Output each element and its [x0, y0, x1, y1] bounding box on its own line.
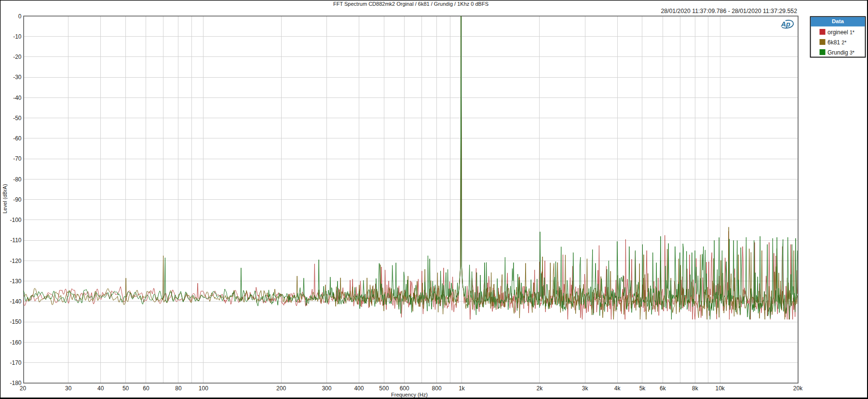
svg-text:1k: 1k — [459, 385, 465, 392]
svg-text:40: 40 — [97, 385, 104, 392]
svg-text:Level (dBrA): Level (dBrA) — [2, 184, 8, 213]
svg-text:-100: -100 — [10, 217, 21, 223]
svg-text:10k: 10k — [716, 385, 725, 392]
svg-text:28/01/2020 11:37:09.786 - 28/0: 28/01/2020 11:37:09.786 - 28/01/2020 11:… — [661, 8, 797, 14]
svg-text:5k: 5k — [639, 385, 646, 392]
svg-text:20k: 20k — [793, 385, 803, 392]
svg-text:8k: 8k — [692, 385, 699, 392]
svg-text:orgineel 1*: orgineel 1* — [827, 29, 854, 36]
svg-text:200: 200 — [276, 385, 286, 392]
svg-text:-20: -20 — [13, 54, 22, 60]
svg-text:0: 0 — [18, 13, 22, 20]
svg-text:-10: -10 — [13, 33, 22, 40]
svg-text:600: 600 — [400, 385, 409, 392]
svg-text:500: 500 — [379, 385, 389, 392]
svg-text:-80: -80 — [13, 176, 22, 183]
svg-text:4k: 4k — [614, 385, 621, 392]
svg-text:-70: -70 — [13, 155, 22, 162]
svg-text:100: 100 — [199, 385, 208, 392]
svg-text:400: 400 — [354, 385, 364, 392]
svg-text:800: 800 — [432, 385, 442, 392]
svg-text:-150: -150 — [10, 318, 21, 325]
svg-text:30: 30 — [65, 385, 72, 392]
svg-text:300: 300 — [322, 385, 331, 392]
svg-text:-40: -40 — [13, 95, 22, 101]
svg-text:3k: 3k — [582, 385, 589, 392]
svg-text:80: 80 — [175, 385, 182, 392]
svg-text:FFT Spectrum CD882mk2 Orginal: FFT Spectrum CD882mk2 Orginal / 6k81 / G… — [333, 1, 488, 7]
svg-text:20: 20 — [20, 385, 27, 392]
svg-text:-30: -30 — [13, 74, 22, 81]
svg-text:-160: -160 — [10, 339, 21, 346]
svg-text:-60: -60 — [13, 135, 22, 142]
svg-text:6k: 6k — [660, 385, 666, 392]
svg-text:60: 60 — [143, 385, 149, 392]
svg-text:Grundig 3*: Grundig 3* — [827, 49, 854, 56]
svg-text:Ap: Ap — [781, 20, 790, 28]
svg-text:-110: -110 — [10, 237, 21, 244]
svg-text:-120: -120 — [10, 258, 21, 264]
svg-text:6k81 2*: 6k81 2* — [827, 39, 846, 46]
svg-text:-170: -170 — [10, 359, 21, 366]
svg-text:Frequency (Hz): Frequency (Hz) — [391, 392, 428, 398]
svg-text:-90: -90 — [13, 196, 22, 203]
svg-text:2k: 2k — [536, 385, 543, 392]
svg-text:-140: -140 — [10, 298, 21, 305]
svg-text:-50: -50 — [13, 115, 22, 122]
svg-text:-130: -130 — [10, 278, 21, 285]
svg-text:Data: Data — [832, 18, 844, 24]
svg-text:50: 50 — [122, 385, 129, 392]
